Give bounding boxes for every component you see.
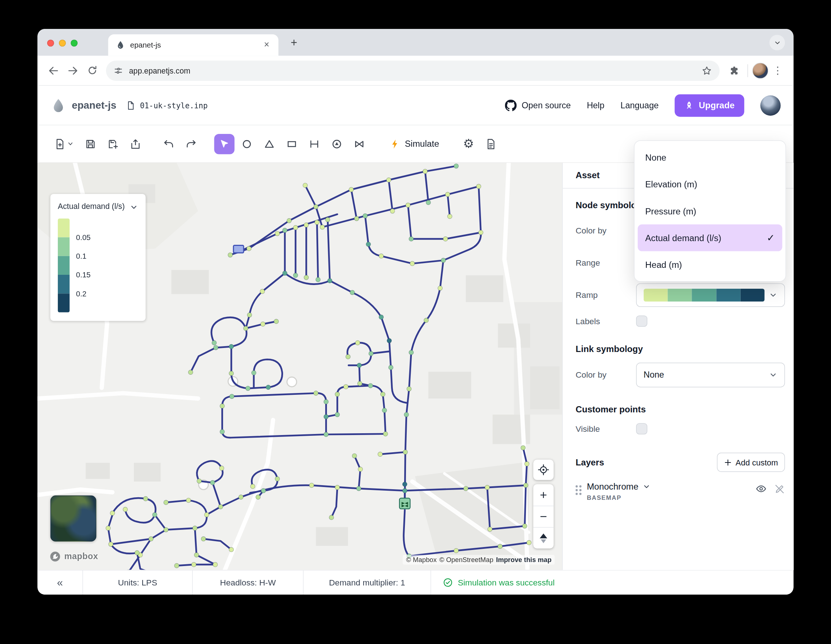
add-custom-button[interactable]: Add custom bbox=[717, 453, 785, 472]
save-as-button[interactable] bbox=[103, 134, 123, 154]
minimize-window-button[interactable] bbox=[59, 40, 66, 46]
help-link[interactable]: Help bbox=[587, 100, 604, 110]
legend-tick: 0.1 bbox=[76, 252, 87, 260]
pump-tool[interactable] bbox=[326, 134, 347, 154]
save-button[interactable] bbox=[80, 134, 101, 154]
dropdown-option-elevation[interactable]: Elevation (m) bbox=[638, 171, 782, 198]
dropdown-option-none[interactable]: None bbox=[638, 144, 782, 171]
dropdown-option-actual-demand[interactable]: Actual demand (l/s) ✓ bbox=[638, 224, 782, 251]
chevron-down-icon bbox=[769, 371, 777, 379]
legend-swatch bbox=[58, 275, 70, 293]
link-color-by-select[interactable]: None bbox=[636, 363, 785, 387]
ramp-label: Ramp bbox=[576, 290, 636, 300]
valve-marker[interactable] bbox=[400, 498, 410, 509]
redo-button[interactable] bbox=[181, 134, 202, 154]
chevron-down-icon bbox=[643, 483, 651, 491]
url-text[interactable]: app.epanetjs.com bbox=[129, 66, 696, 75]
new-tab-button[interactable]: + bbox=[287, 37, 301, 51]
back-button[interactable] bbox=[44, 61, 63, 80]
browser-tab[interactable]: epanet-js × bbox=[108, 34, 279, 56]
valve-tool[interactable] bbox=[349, 134, 369, 154]
labels-checkbox[interactable] bbox=[636, 316, 647, 327]
dropdown-option-head[interactable]: Head (m) bbox=[638, 251, 782, 278]
improve-map-link[interactable]: Improve this map bbox=[496, 556, 552, 563]
open-source-link[interactable]: Open source bbox=[505, 99, 571, 111]
browser-profile-avatar[interactable] bbox=[752, 62, 769, 79]
simulate-button[interactable]: Simulate bbox=[383, 133, 446, 155]
visible-checkbox[interactable] bbox=[636, 423, 647, 434]
user-avatar[interactable] bbox=[760, 95, 781, 116]
demand-multiplier-status: Demand multiplier: 1 bbox=[304, 571, 431, 595]
tab-close-icon[interactable]: × bbox=[261, 40, 272, 50]
new-file-button[interactable] bbox=[49, 134, 78, 154]
forward-button[interactable] bbox=[63, 61, 83, 80]
success-check-icon bbox=[443, 577, 453, 588]
color-by-label: Color by bbox=[576, 226, 636, 236]
legend-ramp: 0.05 0.1 0.15 0.2 bbox=[58, 218, 138, 312]
plus-icon bbox=[724, 458, 732, 466]
mapbox-logo[interactable]: mapbox bbox=[49, 551, 98, 563]
pipe-icon bbox=[308, 138, 320, 150]
link-color-by-label: Color by bbox=[576, 370, 636, 380]
tilt-up-icon bbox=[540, 533, 547, 538]
zoom-in-button[interactable]: + bbox=[533, 484, 554, 506]
report-button[interactable] bbox=[481, 134, 501, 154]
pointer-icon bbox=[219, 138, 230, 149]
minimap-satellite-toggle[interactable] bbox=[51, 496, 97, 542]
mapbox-icon bbox=[49, 551, 61, 563]
tank-tool[interactable] bbox=[282, 134, 302, 154]
edit-disabled-icon[interactable] bbox=[774, 483, 785, 494]
tab-strip: epanet-js × + bbox=[37, 29, 793, 56]
url-bar[interactable]: app.epanetjs.com bbox=[106, 61, 720, 81]
legend-title: Actual demand (l/s) bbox=[58, 201, 126, 212]
osm-attribution-link[interactable]: © OpenStreetMap bbox=[439, 556, 494, 563]
redo-icon bbox=[185, 138, 197, 150]
close-window-button[interactable] bbox=[47, 40, 54, 46]
rectangle-icon bbox=[286, 138, 298, 150]
pipe-tool[interactable] bbox=[304, 134, 325, 154]
zoom-controls: + − bbox=[533, 484, 554, 548]
site-settings-icon[interactable] bbox=[113, 65, 123, 75]
collapse-statusbar-button[interactable]: « bbox=[37, 571, 83, 595]
reservoir-tool[interactable] bbox=[259, 134, 280, 154]
select-tool[interactable] bbox=[214, 134, 235, 154]
export-button[interactable] bbox=[126, 134, 146, 154]
legend-tick: 0.2 bbox=[76, 289, 87, 298]
extensions-icon[interactable] bbox=[724, 61, 743, 80]
undo-button[interactable] bbox=[158, 134, 179, 154]
chevron-down-icon bbox=[769, 291, 777, 299]
chevron-down-icon bbox=[67, 141, 73, 147]
tank-marker[interactable] bbox=[233, 245, 244, 252]
tilt-control[interactable] bbox=[533, 527, 554, 548]
junction-tool[interactable] bbox=[237, 134, 257, 154]
drag-handle[interactable] bbox=[576, 485, 581, 495]
locate-button[interactable] bbox=[533, 459, 554, 480]
mapbox-attribution-link[interactable]: © Mapbox bbox=[406, 556, 437, 563]
zoom-out-button[interactable]: − bbox=[533, 506, 554, 527]
window-controls bbox=[47, 40, 78, 46]
rocket-icon bbox=[685, 100, 694, 110]
panel-title: Asset bbox=[576, 171, 600, 181]
layer-name-toggle[interactable]: Monochrome bbox=[587, 481, 750, 492]
browser-window: epanet-js × + app.epanetjs.com bbox=[37, 29, 793, 595]
bookmark-star-icon[interactable] bbox=[702, 65, 712, 76]
tab-search-button[interactable] bbox=[770, 35, 785, 50]
settings-button[interactable]: ⚙ bbox=[458, 134, 479, 154]
visibility-eye-icon[interactable] bbox=[756, 483, 767, 494]
file-badge[interactable]: 01-uk-style.inp bbox=[126, 100, 208, 110]
language-link[interactable]: Language bbox=[620, 100, 658, 110]
ramp-select[interactable] bbox=[636, 283, 785, 307]
legend-header[interactable]: Actual demand (l/s) bbox=[58, 201, 138, 212]
upgrade-button[interactable]: Upgrade bbox=[675, 94, 744, 116]
units-status: Units: LPS bbox=[83, 571, 193, 595]
browser-menu-icon[interactable]: ⋮ bbox=[769, 64, 787, 77]
legend-tick: 0.05 bbox=[76, 233, 91, 241]
dropdown-option-pressure[interactable]: Pressure (m) bbox=[638, 198, 782, 224]
reload-button[interactable] bbox=[82, 61, 102, 80]
legend-swatch bbox=[58, 293, 70, 312]
customer-points-heading: Customer points bbox=[576, 404, 785, 414]
layers-heading: Layers bbox=[576, 457, 604, 467]
zoom-window-button[interactable] bbox=[71, 40, 78, 46]
headloss-status: Headloss: H-W bbox=[193, 571, 304, 595]
add-custom-label: Add custom bbox=[735, 458, 778, 467]
